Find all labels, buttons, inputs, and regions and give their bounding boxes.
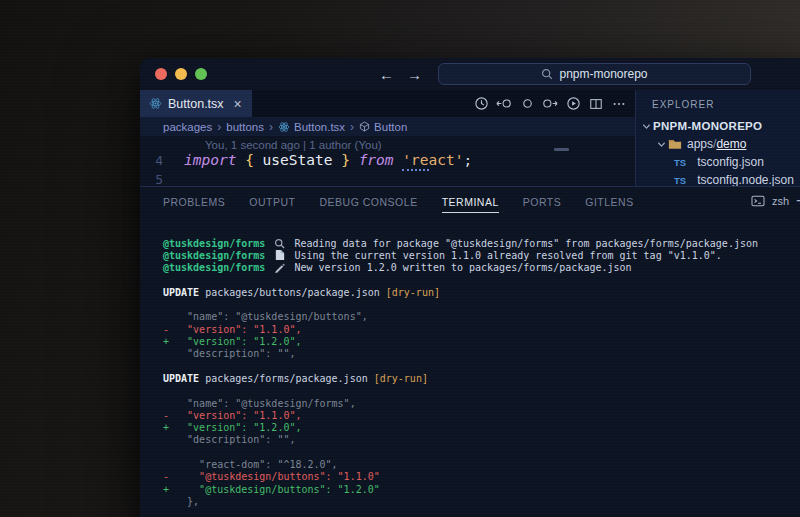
editor-actions	[473, 90, 627, 117]
terminal-output: @tuskdesign/forms Reading data for packa…	[140, 215, 800, 508]
terminal-text: UPDATE	[163, 287, 199, 298]
terminal-line	[163, 385, 800, 397]
terminal-text: [dry-run]	[374, 373, 428, 384]
tree-item-apps-demo[interactable]: apps / demo	[636, 135, 800, 153]
terminal-line: + "version": "1.2.0",	[163, 421, 800, 433]
terminal-text: packages/forms/package.json	[199, 373, 374, 384]
panel-tab-terminal[interactable]: TERMINAL	[442, 190, 499, 213]
tree-root-pnpm-monorepo[interactable]: PNPM-MONOREPO	[636, 117, 800, 135]
tree-item-label: apps	[687, 137, 713, 151]
panel-tab-problems[interactable]: PROBLEMS	[163, 190, 225, 213]
breadcrumb-item-buttons[interactable]: buttons	[226, 121, 264, 133]
terminal-text	[265, 238, 271, 249]
terminal-text: New version 1.2.0 written to packages/fo…	[288, 262, 631, 273]
vscode-window: ← → pnpm-monorepo Button.tsx	[140, 58, 800, 517]
terminal-text: @tuskdesign/forms	[163, 262, 265, 273]
breadcrumb-item-button-tsx[interactable]: Button.tsx	[278, 121, 345, 133]
next-change-button[interactable]	[542, 96, 558, 112]
zoom-window-button[interactable]	[195, 68, 207, 80]
code-token: act'	[429, 152, 464, 168]
close-window-button[interactable]	[155, 68, 167, 80]
search-box[interactable]: pnpm-monorepo	[438, 63, 751, 85]
code-editor: You, 1 second ago | 1 author (You) 4 imp…	[140, 136, 635, 186]
tab-button-tsx[interactable]: Button.tsx ×	[140, 90, 252, 117]
terminal-line: "description": "",	[163, 348, 800, 360]
terminal-text: + "version": "1.2.0",	[163, 422, 301, 433]
ts-icon: TS	[674, 175, 692, 186]
next-change-icon	[542, 96, 558, 111]
terminal-line: UPDATE packages/buttons/package.json [dr…	[163, 286, 800, 298]
panel-tab-bar: PROBLEMSOUTPUTDEBUG CONSOLETERMINALPORTS…	[140, 187, 800, 215]
forward-button[interactable]: →	[407, 66, 422, 83]
code-token: }	[341, 152, 350, 168]
file-icon	[273, 249, 286, 261]
chevron-down-icon	[654, 140, 668, 149]
compare-button[interactable]	[519, 96, 535, 112]
breadcrumb-item-packages[interactable]: packages	[163, 121, 212, 133]
split-editor-button[interactable]	[588, 96, 604, 112]
terminal-text	[265, 250, 271, 261]
terminal-text: - "version": "1.1.0",	[163, 324, 301, 335]
breadcrumb-label: packages	[163, 121, 212, 133]
titlebar: ← → pnpm-monorepo	[140, 58, 800, 90]
timeline-button[interactable]	[473, 96, 489, 112]
search-value: pnpm-monorepo	[559, 67, 647, 81]
line-number: 5	[140, 172, 184, 186]
terminal-text: "description": "",	[163, 434, 295, 445]
new-terminal-button[interactable]: +	[796, 191, 800, 211]
code-token: useState	[254, 152, 341, 168]
panel-tab-gitlens[interactable]: GITLENS	[585, 190, 633, 213]
terminal-text: "name": "@tuskdesign/buttons",	[163, 311, 368, 322]
terminal-shell-picker[interactable]: zsh+	[751, 191, 800, 211]
code-token: 're	[402, 152, 428, 171]
folder-icon	[668, 138, 682, 150]
terminal-line: UPDATE packages/forms/package.json [dry-…	[163, 372, 800, 384]
terminal-text: "react-dom": "^18.2.0",	[163, 459, 338, 470]
run-button[interactable]	[565, 96, 581, 112]
back-button[interactable]: ←	[379, 66, 394, 83]
symbol-cube-icon	[359, 121, 370, 132]
terminal-text: UPDATE	[163, 373, 199, 384]
code-line: 4 import { useState } from 'react';	[140, 152, 635, 168]
breadcrumb-label: buttons	[226, 121, 264, 133]
shell-label: zsh	[772, 195, 789, 207]
tree-item-tsconfig-json[interactable]: TStsconfig.json	[636, 153, 800, 171]
breadcrumb-label: Button	[374, 121, 407, 133]
magnifier-icon	[273, 238, 286, 249]
breadcrumb-item-button[interactable]: Button	[359, 121, 407, 133]
terminal-icon	[751, 195, 765, 207]
code-token: {	[245, 152, 254, 168]
breadcrumb-label: Button.tsx	[294, 121, 345, 133]
terminal-text: Reading data for package "@tuskdesign/fo…	[288, 238, 758, 249]
more-actions-button[interactable]	[611, 96, 627, 112]
terminal-line: "description": "",	[163, 434, 800, 446]
split-editor-icon	[589, 97, 603, 111]
panel-tab-ports[interactable]: PORTS	[523, 190, 561, 213]
terminal-line: - "version": "1.1.0",	[163, 409, 800, 421]
editor-scrollbar-thumb[interactable]	[554, 148, 569, 151]
previous-change-button[interactable]	[496, 96, 512, 112]
terminal-text: - "version": "1.1.0",	[163, 410, 301, 421]
tree-item-tsconfig-node-json[interactable]: TStsconfig.node.json	[636, 171, 800, 186]
minimize-window-button[interactable]	[175, 68, 187, 80]
panel-tab-debug-console[interactable]: DEBUG CONSOLE	[320, 190, 418, 213]
terminal-line	[163, 274, 800, 286]
pencil-icon	[273, 262, 286, 273]
explorer-title: EXPLORER	[636, 90, 800, 117]
terminal-line: "name": "@tuskdesign/forms",	[163, 397, 800, 409]
terminal-text: + "version": "1.2.0",	[163, 336, 301, 347]
terminal-text: @tuskdesign/forms	[163, 238, 265, 249]
breadcrumb: packages›buttons›Button.tsx›Button	[140, 117, 635, 136]
history-navigation: ← →	[379, 66, 422, 83]
terminal-line: @tuskdesign/forms New version 1.2.0 writ…	[163, 262, 800, 274]
code-token	[236, 152, 245, 168]
terminal-text: },	[163, 496, 199, 507]
terminal-line	[163, 446, 800, 458]
chevron-down-icon	[639, 122, 653, 131]
tree-item-label: tsconfig.json	[697, 155, 764, 169]
code-token	[394, 152, 403, 168]
workbench-row: Button.tsx × packages›buttons›Button.tsx…	[140, 90, 800, 186]
terminal-text: packages/buttons/package.json	[199, 287, 386, 298]
close-tab-icon[interactable]: ×	[234, 96, 242, 112]
panel-tab-output[interactable]: OUTPUT	[249, 190, 295, 213]
